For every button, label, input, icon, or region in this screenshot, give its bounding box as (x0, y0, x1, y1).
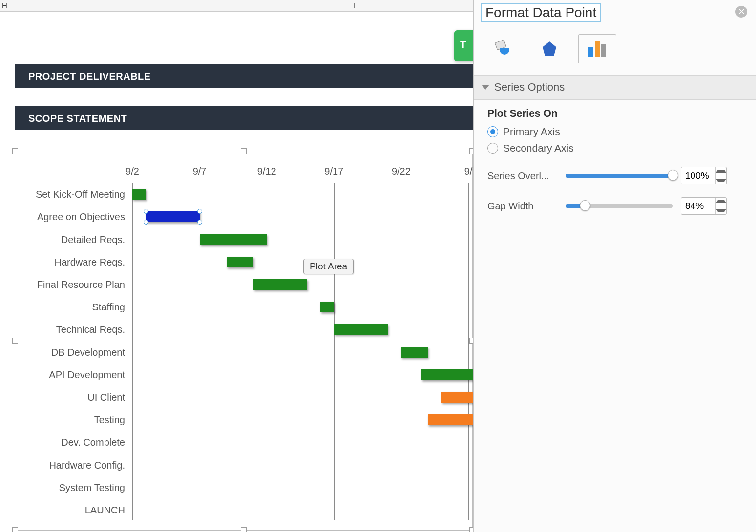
column-headers: H I (0, 0, 473, 12)
y-category-label: Technical Reqs. (20, 324, 125, 335)
section-scope-statement: SCOPE STATEMENT (15, 106, 473, 130)
column-label-h[interactable]: H (2, 0, 7, 12)
chart-object[interactable]: 9/29/79/129/179/229/ Set Kick-Off Meetin… (15, 151, 473, 531)
gridline (468, 183, 469, 520)
section-project-deliverable: PROJECT DELIVERABLE (15, 64, 473, 88)
x-tick-label: 9/12 (252, 166, 281, 177)
y-category-label: Agree on Objectives (20, 211, 125, 223)
gantt-bar[interactable] (227, 257, 253, 267)
stepper-down[interactable] (716, 206, 726, 215)
gap-width-slider[interactable] (566, 204, 673, 208)
radio-primary-axis[interactable]: Primary Axis (487, 126, 746, 138)
bar-chart-icon (588, 41, 606, 57)
y-category-label: Dev. Complete (20, 437, 125, 448)
radio-icon (487, 143, 498, 154)
selection-handle[interactable] (197, 220, 202, 225)
x-axis-labels: 9/29/79/129/179/229/ (132, 166, 467, 181)
gap-width-stepper[interactable]: 84% (681, 197, 727, 215)
gridline (267, 183, 267, 520)
plot-series-on-label: Plot Series On (487, 107, 746, 119)
radio-secondary-label: Secondary Axis (503, 143, 574, 154)
pane-title-text: Format Data Point (485, 5, 596, 20)
y-category-label: Hardware Reqs. (20, 256, 125, 267)
y-category-label: UI Client (20, 391, 125, 403)
tab-series-options[interactable] (578, 34, 616, 63)
plot-area-tooltip: Plot Area (303, 259, 354, 274)
gantt-bar[interactable] (401, 347, 428, 358)
section-project-deliverable-label: PROJECT DELIVERABLE (28, 71, 151, 82)
format-pane: Format Data Point ✕ Series Options Plot … (473, 0, 756, 532)
y-category-label: API Development (20, 369, 125, 380)
series-overlap-row: Series Overl... 100% (487, 167, 746, 184)
gridline (132, 183, 133, 520)
x-tick-label: 9/7 (185, 166, 214, 177)
stepper-down[interactable] (716, 176, 726, 184)
stepper-up[interactable] (716, 167, 726, 176)
x-tick-label: 9/17 (319, 166, 349, 177)
series-overlap-slider[interactable] (566, 174, 673, 178)
resize-handle[interactable] (241, 148, 247, 154)
pentagon-icon (543, 41, 556, 56)
series-options-form: Plot Series On Primary Axis Secondary Ax… (487, 107, 746, 215)
tab-fill-line[interactable] (483, 34, 521, 63)
gantt-bar[interactable] (253, 279, 307, 290)
gridline (334, 183, 335, 520)
y-category-label: Staffing (20, 302, 125, 313)
paint-bucket-icon (493, 40, 510, 58)
radio-secondary-axis[interactable]: Secondary Axis (487, 143, 746, 154)
resize-handle[interactable] (12, 527, 18, 532)
selection-handle[interactable] (197, 209, 202, 214)
selection-handle[interactable] (144, 209, 148, 214)
y-category-label: Detailed Reqs. (20, 234, 125, 245)
close-icon[interactable]: ✕ (735, 6, 747, 18)
chevron-down-icon (482, 85, 489, 90)
y-category-label: Testing (20, 414, 125, 426)
resize-handle[interactable] (12, 148, 18, 154)
gantt-bar[interactable] (146, 211, 200, 222)
gantt-bar[interactable] (132, 189, 146, 200)
gap-width-row: Gap Width 84% (487, 197, 746, 215)
series-options-label: Series Options (494, 81, 565, 94)
section-scope-statement-label: SCOPE STATEMENT (28, 113, 127, 124)
stepper-up[interactable] (716, 198, 726, 206)
plot-area[interactable] (132, 183, 467, 520)
resize-handle[interactable] (12, 338, 18, 344)
pane-tabs (483, 34, 616, 63)
y-axis-labels: Set Kick-Off MeetingAgree on ObjectivesD… (20, 183, 130, 520)
y-category-label: DB Development (20, 347, 125, 358)
gantt-bar[interactable] (200, 234, 267, 245)
tooltip-label: Plot Area (310, 261, 347, 271)
series-overlap-stepper[interactable]: 100% (681, 167, 727, 184)
y-category-label: LAUNCH (20, 504, 125, 515)
resize-handle[interactable] (241, 527, 247, 532)
series-options-header[interactable]: Series Options (474, 75, 756, 100)
radio-primary-label: Primary Axis (503, 126, 560, 138)
y-category-label: System Testing (20, 482, 125, 493)
gap-width-value[interactable]: 84% (681, 198, 715, 214)
x-tick-label: 9/2 (118, 166, 147, 177)
y-category-label: Hardware Config. (20, 459, 125, 471)
series-overlap-value[interactable]: 100% (681, 167, 715, 184)
worksheet-area[interactable]: T PROJECT DELIVERABLE SCOPE STATEMENT 9/… (0, 12, 473, 532)
chart-inner: 9/29/79/129/179/229/ Set Kick-Off Meetin… (20, 156, 467, 525)
gantt-bar[interactable] (320, 302, 334, 312)
gantt-bar[interactable] (421, 369, 475, 380)
pane-title-input[interactable]: Format Data Point (481, 3, 601, 22)
x-tick-label: 9/22 (386, 166, 416, 177)
column-label-i[interactable]: I (354, 0, 356, 12)
series-overlap-label: Series Overl... (487, 170, 566, 182)
radio-icon (487, 126, 498, 137)
y-category-label: Final Resource Plan (20, 279, 125, 290)
tab-effects[interactable] (530, 34, 568, 63)
gap-width-label: Gap Width (487, 201, 566, 212)
selection-handle[interactable] (144, 220, 148, 225)
green-button-label: T (460, 39, 466, 50)
y-category-label: Set Kick-Off Meeting (20, 189, 125, 200)
gantt-bar[interactable] (334, 324, 388, 335)
